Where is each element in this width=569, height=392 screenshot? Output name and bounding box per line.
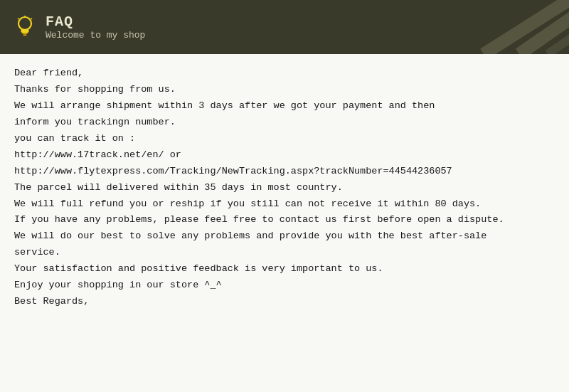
content-line: Enjoy your shopping in our store ^_^ <box>14 277 555 294</box>
svg-line-5 <box>31 18 33 20</box>
content-line: We will do our best to solve any problem… <box>14 228 555 245</box>
svg-point-0 <box>18 17 31 30</box>
content-line: Dear friend, <box>14 65 555 82</box>
content-line: We will full refund you or reship if you… <box>14 196 555 213</box>
content-line: http://www.17track.net/en/ or <box>14 147 555 164</box>
content-line: inform you trackingn number. <box>14 115 555 131</box>
header-subtitle: Welcome to my shop <box>46 30 145 41</box>
content-line: We will arrange shipment within 3 days a… <box>14 98 555 115</box>
message-body: Dear friend,Thanks for shopping from us.… <box>14 65 555 310</box>
content-line: you can track it on : <box>14 131 555 147</box>
header-title: FAQ <box>46 14 145 30</box>
svg-line-4 <box>18 18 19 20</box>
content-line: Thanks for shopping from us. <box>14 82 555 98</box>
content-line: Best Regards, <box>14 294 555 310</box>
header-decoration <box>427 0 569 54</box>
content-line: If you have any problems, please feel fr… <box>14 212 555 228</box>
content-line: The parcel will delivered within 35 days… <box>14 180 555 196</box>
svg-rect-2 <box>23 34 27 36</box>
header-text: FAQ Welcome to my shop <box>46 14 145 41</box>
content-line: http://www.flytexpress.com/Tracking/NewT… <box>14 164 555 180</box>
svg-rect-1 <box>23 33 28 34</box>
content-line: Your satisfaction and positive feedback … <box>14 261 555 277</box>
header: FAQ Welcome to my shop <box>0 0 569 54</box>
content-area: Dear friend,Thanks for shopping from us.… <box>0 54 569 392</box>
lightbulb-icon <box>11 14 38 41</box>
content-line: service. <box>14 245 555 261</box>
